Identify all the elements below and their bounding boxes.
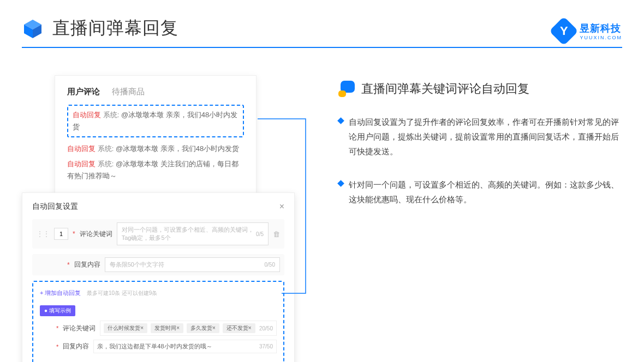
row-number: 1: [54, 228, 68, 240]
tab-user-comments[interactable]: 用户评论: [67, 87, 100, 97]
keyword-input[interactable]: 对同一个问题，可设置多个相近、高频的关键词，Tag确定，最多5个 0/5: [117, 222, 269, 245]
brand-logo: Y 昱新科技 YUUXIN.COM: [553, 21, 622, 41]
comments-panel: 用户评论 待播商品 自动回复 系统: @冰墩墩本墩 亲亲，我们48小时内发货 自…: [55, 75, 257, 197]
example-content-row: * 回复内容 亲，我们这边都是下单48小时内发货的哦～ 37/50: [40, 340, 277, 353]
keyword-tag[interactable]: 多久发货×: [187, 323, 219, 333]
settings-panel: 自动回复设置 × ⋮⋮ 1 * 评论关键词 对同一个问题，可设置多个相近、高频的…: [22, 192, 295, 362]
section-title: 直播间弹幕关键词评论自动回复: [361, 81, 529, 97]
example-badge: ● 填写示例: [40, 305, 75, 316]
chat-bubble-icon: [338, 81, 355, 97]
page-header: 直播间弹幕回复: [0, 0, 644, 47]
diamond-icon: [337, 180, 344, 187]
example-keyword-row: * 评论关键词 什么时候发货×发货时间×多久发货×还不发货× 20/50: [40, 321, 277, 336]
bullet-item: 针对同一个问题，可设置多个相近的、高频的关键词。例如：这款多少钱、这块能优惠吗、…: [338, 177, 622, 207]
add-hint: 最多可建10条 还可以创建9条: [87, 290, 157, 296]
screenshot-column: 用户评论 待播商品 自动回复 系统: @冰墩墩本墩 亲亲，我们48小时内发货 自…: [22, 75, 295, 362]
cube-icon: [22, 17, 44, 39]
comment-line: 自动回复 系统: @冰墩墩本墩 关注我们的店铺，每日都有热门推荐呦～: [67, 158, 244, 182]
add-auto-reply-link[interactable]: + 增加自动回复: [40, 289, 81, 297]
keyword-tag[interactable]: 发货时间×: [151, 323, 183, 333]
settings-title: 自动回复设置: [32, 202, 78, 212]
content-row: * 回复内容 每条限50个中文字符 0/50: [32, 254, 284, 275]
example-content-input[interactable]: 亲，我们这边都是下单48小时内发货的哦～ 37/50: [93, 340, 277, 353]
tab-pending-products[interactable]: 待播商品: [112, 87, 145, 97]
highlighted-comment: 自动回复 系统: @冰墩墩本墩 亲亲，我们48小时内发货: [67, 105, 244, 137]
comment-line: 自动回复 系统: @冰墩墩本墩 亲亲，我们48小时内发货: [67, 143, 244, 155]
auto-reply-tag: 自动回复: [73, 111, 101, 119]
logo-badge-icon: Y: [550, 16, 579, 46]
logo-subtext: YUUXIN.COM: [580, 35, 622, 40]
content-label: 回复内容: [74, 260, 100, 269]
page-title: 直播间弹幕回复: [52, 16, 178, 40]
keyword-tag[interactable]: 还不发货×: [223, 323, 255, 333]
logo-text: 昱新科技: [580, 22, 622, 35]
keyword-row: ⋮⋮ 1 * 评论关键词 对同一个问题，可设置多个相近、高频的关键词，Tag确定…: [32, 219, 284, 249]
example-keyword-input[interactable]: 什么时候发货×发货时间×多久发货×还不发货× 20/50: [100, 321, 277, 336]
keyword-tag[interactable]: 什么时候发货×: [104, 323, 147, 333]
content-input[interactable]: 每条限50个中文字符 0/50: [105, 257, 280, 272]
keyword-label: 评论关键词: [80, 230, 112, 239]
close-icon[interactable]: ×: [279, 202, 284, 212]
diamond-icon: [337, 117, 344, 124]
description-column: 直播间弹幕关键词评论自动回复 自动回复设置为了提升作者的评论回复效率，作者可在开…: [295, 75, 622, 362]
bullet-item: 自动回复设置为了提升作者的评论回复效率，作者可在开播前针对常见的评论用户问题，提…: [338, 114, 622, 159]
example-section: + 增加自动回复 最多可建10条 还可以创建9条 ● 填写示例 * 评论关键词 …: [32, 281, 284, 362]
delete-icon[interactable]: 🗑: [273, 230, 280, 238]
